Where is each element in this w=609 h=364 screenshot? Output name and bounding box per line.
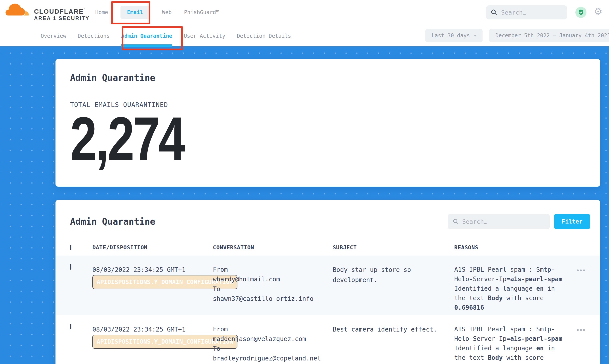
quarantine-table-card: Admin Quarantine Filter DATE/DISPOSITION… — [55, 200, 600, 364]
select-all-checkbox[interactable] — [70, 245, 71, 250]
table-search-input[interactable] — [462, 218, 542, 225]
column-header-date: DATE/DISPOSITION — [92, 244, 213, 251]
main-content: Admin Quarantine TOTAL EMAILS QUARANTINE… — [0, 46, 609, 364]
quarantine-stats-card: Admin Quarantine TOTAL EMAILS QUARANTINE… — [55, 59, 600, 187]
column-header-reasons: REASONS — [454, 244, 577, 251]
app-window: CLOUDFLARE' AREA 1 SECURITY HomeEmailWeb… — [0, 0, 609, 364]
to-address: bradleyrodriguez@copeland.net — [213, 354, 333, 363]
table-row: 08/03/2022 23:34:25 GMT+1 APIDISPOSITION… — [55, 315, 600, 364]
row-checkbox[interactable] — [70, 324, 71, 329]
to-address: shawn37@castillo-ortiz.info — [213, 294, 333, 304]
table-card-title: Admin Quarantine — [70, 216, 448, 227]
to-label: To — [213, 344, 333, 354]
row-reasons: A1S IPBL Pearl spam : Smtp-Helo-Server-I… — [454, 325, 577, 364]
row-checkbox[interactable] — [70, 264, 71, 270]
tab-overview[interactable]: Overview — [41, 25, 66, 47]
search-icon — [452, 218, 459, 225]
row-overflow-menu-icon[interactable] — [577, 329, 586, 331]
table-header-row: DATE/DISPOSITION CONVERSATION SUBJECT RE… — [55, 239, 600, 256]
date-range-display[interactable]: December 5th 2022 — January 4th 2023 — [489, 29, 609, 42]
shield-check-icon — [578, 9, 584, 16]
logo-sub-text: AREA 1 SECURITY — [34, 15, 90, 21]
nav-item-home[interactable]: Home — [95, 9, 108, 15]
table-search-box[interactable] — [448, 214, 550, 229]
nav-item-email[interactable]: Email — [121, 6, 150, 19]
row-conversation: From whardy@hotmail.com To shawn37@casti… — [213, 265, 333, 315]
from-label: From — [213, 265, 333, 274]
row-subject: Body star up store so development. — [333, 265, 454, 315]
email-subnav-bar: OverviewDetectionsAdmin QuarantineUser A… — [0, 25, 609, 46]
tab-detection-details[interactable]: Detection Details — [237, 25, 291, 47]
logo-brand-text: CLOUDFLARE' — [34, 8, 85, 15]
top-nav: HomeEmailWebPhishGuard™ — [95, 0, 219, 25]
row-overflow-menu-icon[interactable] — [577, 270, 586, 271]
column-header-subject: SUBJECT — [333, 244, 454, 251]
stats-card-title: Admin Quarantine — [70, 73, 586, 83]
top-header-bar: CLOUDFLARE' AREA 1 SECURITY HomeEmailWeb… — [0, 0, 609, 25]
global-search-box[interactable] — [486, 5, 567, 19]
subnav-tabs: OverviewDetectionsAdmin QuarantineUser A… — [41, 25, 291, 47]
protection-status-badge[interactable] — [575, 7, 586, 18]
tab-detections[interactable]: Detections — [78, 25, 110, 47]
tab-admin-quarantine[interactable]: Admin Quarantine — [121, 25, 172, 47]
row-date: 08/03/2022 23:34:25 GMT+1 — [92, 265, 213, 275]
total-quarantined-value: 2,274 — [70, 115, 472, 163]
filter-button[interactable]: Filter — [554, 214, 590, 229]
table-body: 08/03/2022 23:34:25 GMT+1 APIDISPOSITION… — [55, 256, 600, 364]
chevron-down-icon: ▾ — [474, 33, 476, 38]
from-address: maddenjason@velazquez.com — [213, 334, 333, 344]
time-range-dropdown[interactable]: Last 30 days ▾ — [425, 29, 483, 42]
table-row: 08/03/2022 23:34:25 GMT+1 APIDISPOSITION… — [55, 256, 600, 315]
cloudflare-area1-logo[interactable]: CLOUDFLARE' AREA 1 SECURITY — [4, 1, 77, 23]
search-icon — [490, 9, 498, 16]
cloudflare-cloud-icon — [4, 2, 30, 16]
nav-item-phishguard[interactable]: PhishGuard™ — [184, 9, 219, 15]
row-subject: Best camera identify effect. — [333, 325, 454, 364]
row-reasons: A1S IPBL Pearl spam : Smtp-Helo-Server-I… — [454, 265, 577, 315]
settings-gear-icon[interactable]: ⚙ — [594, 6, 602, 17]
from-address: whardy@hotmail.com — [213, 274, 333, 284]
row-conversation: From maddenjason@velazquez.com To bradle… — [213, 325, 333, 364]
nav-item-web[interactable]: Web — [162, 9, 172, 15]
global-search-input[interactable] — [501, 9, 563, 16]
tab-user-activity[interactable]: User Activity — [184, 25, 225, 47]
from-label: From — [213, 325, 333, 334]
column-header-conversation: CONVERSATION — [213, 244, 333, 251]
to-label: To — [213, 284, 333, 294]
row-date: 08/03/2022 23:34:25 GMT+1 — [92, 325, 213, 335]
